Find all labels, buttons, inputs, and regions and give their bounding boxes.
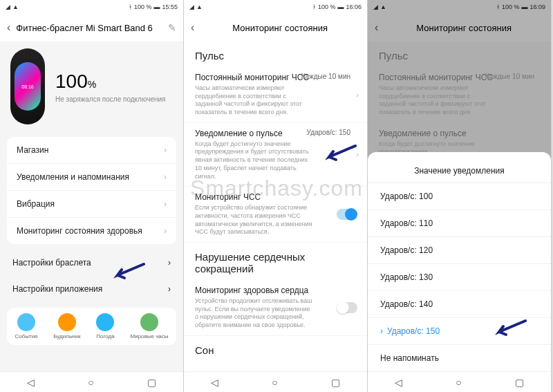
shortcut-События[interactable]: События <box>15 313 37 339</box>
extra-row[interactable]: Настройки браслета› <box>0 250 183 276</box>
toggle-switch[interactable] <box>337 209 357 220</box>
edit-icon[interactable]: ✎ <box>168 22 176 33</box>
android-navbar: ◁ ○ ▢ <box>368 371 551 392</box>
shortcut-icon <box>58 313 76 331</box>
menu-row[interactable]: Мониторинг состояния здоровья› <box>7 218 176 244</box>
page-title: Мониторинг состояния <box>200 23 360 33</box>
section-pulse: Пульс <box>184 41 367 67</box>
sheet-option[interactable]: Ударов/с: 150 <box>368 317 551 344</box>
setting-desc: Когда будет достигнуто значение предупре… <box>195 140 356 180</box>
chevron-right-icon: › <box>168 284 171 294</box>
chevron-right-icon: › <box>164 226 167 236</box>
shortcut-Погода[interactable]: Погода <box>96 313 114 339</box>
shortcut-label: Мировые часы <box>131 333 169 339</box>
battery-icon: ▬ <box>153 3 160 10</box>
android-navbar: ◁ ○ ▢ <box>0 371 183 392</box>
chevron-right-icon: › <box>356 150 359 158</box>
back-icon[interactable]: ‹ <box>7 21 10 34</box>
shortcut-icon <box>140 313 158 331</box>
sheet-option[interactable]: Не напоминать <box>368 344 551 371</box>
extra-row[interactable]: Настройки приложения› <box>0 276 183 302</box>
bt-icon: ᚼ <box>129 3 132 10</box>
bt-icon: ᚼ <box>312 3 316 10</box>
signal-icon: ◢ <box>6 3 10 10</box>
extra-label: Настройки приложения <box>12 284 102 294</box>
sheet-option[interactable]: Ударов/с: 120 <box>368 236 551 263</box>
wifi-icon: ▲ <box>12 3 19 10</box>
band-clock: 08:16 <box>21 84 34 89</box>
chevron-right-icon: › <box>164 199 167 209</box>
menu-row[interactable]: Магазин› <box>7 137 176 164</box>
setting-desc: Если устройство обнаружит состояние акти… <box>195 204 356 236</box>
nav-home-icon[interactable]: ○ <box>272 377 277 388</box>
clock-text: 15:55 <box>162 3 178 10</box>
chevron-right-icon: › <box>168 258 171 268</box>
android-navbar: ◁ ○ ▢ <box>184 371 367 392</box>
menu-row[interactable]: Вибрация› <box>7 191 176 218</box>
chevron-right-icon: › <box>356 91 359 99</box>
nav-recent-icon[interactable]: ▢ <box>331 377 340 388</box>
sheet-title: Значение уведомления <box>368 159 551 183</box>
nav-back-icon[interactable]: ◁ <box>395 377 402 388</box>
setting-value: Ударов/с: 150 <box>307 129 350 136</box>
chevron-right-icon: › <box>164 145 167 155</box>
setting-desc: Часы автоматически измеряют сердцебиение… <box>195 84 356 117</box>
section-sleep: Сон <box>184 336 367 362</box>
section-heart: Нарушение сердечных сокращений <box>184 243 367 280</box>
device-hero: 08:16 100% Не заряжался после подключени… <box>0 41 183 131</box>
setting-title: Мониторинг ЧСС <box>195 192 356 202</box>
menu-row[interactable]: Уведомления и напоминания› <box>7 164 176 191</box>
menu-label: Магазин <box>17 145 48 155</box>
shortcut-icon <box>96 313 114 331</box>
sheet-option[interactable]: Ударов/с: 140 <box>368 290 551 317</box>
battery-icon: ▬ <box>337 3 344 10</box>
sheet-option[interactable]: Ударов/с: 100 <box>368 183 551 209</box>
nav-back-icon[interactable]: ◁ <box>211 377 218 388</box>
setting-row[interactable]: Мониторинг здоровья сердцаУстройство про… <box>184 280 367 336</box>
setting-value: Каждые 10 мин <box>301 73 350 80</box>
battery-percent: 100% <box>55 71 173 93</box>
back-icon[interactable]: ‹ <box>191 21 194 34</box>
shortcut-Будильник[interactable]: Будильник <box>53 313 80 339</box>
value-sheet: Значение уведомления Ударов/с: 100Ударов… <box>368 152 551 371</box>
shortcut-bar: СобытияБудильникПогодаМировые часы <box>7 308 176 345</box>
status-bar: ◢▲ ᚼ100 %▬15:55 <box>0 0 183 14</box>
setting-row[interactable]: Уведомление о пульсеКогда будет достигну… <box>184 123 367 187</box>
nav-home-icon[interactable]: ○ <box>88 377 93 388</box>
setting-title: Мониторинг здоровья сердца <box>195 286 356 295</box>
sheet-option[interactable]: Ударов/с: 130 <box>368 263 551 290</box>
shortcut-label: События <box>15 333 37 339</box>
shortcut-Мировые часы[interactable]: Мировые часы <box>131 313 169 339</box>
header: ‹ Фитнес-браслет Mi Smart Band 6 ✎ <box>0 14 183 41</box>
page-title: Фитнес-браслет Mi Smart Band 6 <box>16 23 162 33</box>
nav-recent-icon[interactable]: ▢ <box>515 377 524 388</box>
nav-recent-icon[interactable]: ▢ <box>147 377 156 388</box>
status-bar: ◢▲ ᚼ100 %▬16:06 <box>184 0 367 14</box>
extra-label: Настройки браслета <box>12 258 91 268</box>
nav-home-icon[interactable]: ○ <box>456 377 461 388</box>
menu-label: Вибрация <box>17 199 55 209</box>
sheet-option[interactable]: Ударов/с: 110 <box>368 209 551 236</box>
nav-back-icon[interactable]: ◁ <box>27 377 35 388</box>
setting-row[interactable]: Постоянный мониторинг ЧССЧасы автоматиче… <box>184 67 367 123</box>
battery-text: 100 % <box>134 3 152 10</box>
setting-desc: Устройство продолжит отслеживать ваш пул… <box>195 297 356 330</box>
menu-label: Уведомления и напоминания <box>17 172 129 182</box>
band-image: 08:16 <box>10 48 45 124</box>
header: ‹ Мониторинг состояния <box>184 14 367 41</box>
clock-text: 16:06 <box>346 3 362 10</box>
chevron-right-icon: › <box>164 172 167 182</box>
battery-subtitle: Не заряжался после подключения <box>55 95 173 103</box>
shortcut-label: Будильник <box>53 333 80 339</box>
setting-row[interactable]: Мониторинг ЧССЕсли устройство обнаружит … <box>184 187 367 243</box>
shortcut-label: Погода <box>96 333 114 339</box>
shortcut-icon <box>17 313 35 331</box>
toggle-switch[interactable] <box>337 302 357 313</box>
menu-label: Мониторинг состояния здоровья <box>17 226 142 236</box>
wifi-icon: ▲ <box>196 3 203 10</box>
signal-icon: ◢ <box>189 3 194 10</box>
battery-text: 100 % <box>318 3 336 10</box>
